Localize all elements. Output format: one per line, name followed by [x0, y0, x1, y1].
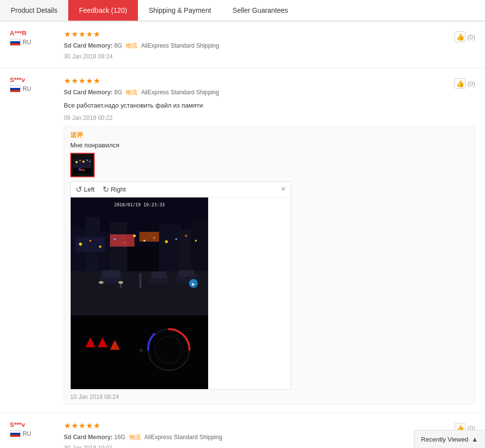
review-content: ★ ★ ★ ★ ★ Sd Card Memory: 16G 物流 AliExpr…: [59, 421, 475, 448]
svg-point-24: [124, 242, 126, 244]
tab-shipping[interactable]: Shipping & Payment: [138, 0, 222, 21]
followup-section: 追评 Мне понравился: [64, 126, 475, 405]
arrow-up-icon: ▲: [471, 435, 478, 443]
country-label: RU: [23, 430, 31, 437]
svg-point-22: [99, 245, 102, 248]
left-label: Left: [84, 186, 95, 193]
reviewer-country: RU: [10, 39, 31, 46]
reviewer-info: A***R RU: [10, 29, 59, 60]
star-rating: ★ ★ ★ ★ ★: [64, 421, 475, 430]
svg-rect-34: [139, 274, 141, 288]
reviewer-name: S***v: [10, 76, 25, 84]
review-item: A***R RU ★ ★ ★ ★ ★ Sd Card Memory: 8G 物流…: [0, 22, 485, 68]
review-date: 09 Jan 2018 00:22: [64, 114, 475, 121]
svg-rect-40: [179, 270, 194, 277]
variant-label: Sd Card Memory:: [64, 89, 112, 96]
flag-icon: [10, 85, 21, 92]
star-4: ★: [86, 421, 93, 430]
svg-point-3: [76, 161, 78, 163]
svg-text:⚙: ⚙: [139, 347, 143, 354]
thumbs-up-button[interactable]: 👍: [455, 78, 465, 89]
viewer-controls: ↺ Left ↻ Right ×: [71, 182, 291, 197]
flag-icon: [10, 39, 21, 46]
thumbnail-row: [70, 153, 469, 177]
star-2: ★: [71, 76, 78, 85]
svg-rect-38: [152, 272, 166, 278]
rotate-left-button[interactable]: ↺ Left: [76, 185, 95, 194]
shipping-label: 物流: [126, 89, 137, 96]
svg-point-42: [118, 281, 123, 284]
recently-viewed-label: Recently Viewed: [421, 436, 469, 443]
svg-point-23: [114, 238, 116, 240]
svg-rect-53: [71, 384, 208, 389]
review-text: Все работает.надо установить файл из пам…: [64, 101, 475, 111]
svg-rect-18: [110, 234, 135, 247]
variant-label: Sd Card Memory:: [64, 434, 112, 441]
star-4: ★: [86, 29, 93, 39]
star-3: ★: [79, 29, 85, 39]
product-variant: Sd Card Memory: 8G 物流 AliExpress Standar…: [64, 88, 475, 97]
shipping-label: 物流: [129, 434, 141, 441]
image-viewer: ↺ Left ↻ Right ×: [70, 181, 291, 390]
svg-point-31: [195, 240, 197, 242]
svg-point-26: [143, 240, 145, 242]
star-3: ★: [79, 76, 85, 85]
helpful-section: 👍 (0): [455, 31, 475, 42]
svg-point-4: [80, 160, 81, 161]
helpful-count: (0): [467, 80, 475, 87]
helpful-count: (0): [467, 33, 475, 41]
star-5: ★: [93, 76, 100, 85]
svg-point-5: [82, 161, 84, 163]
variant-label: Sd Card Memory:: [64, 42, 112, 49]
variant-value: 8G: [114, 42, 122, 49]
tab-feedback[interactable]: Feedback (120): [68, 0, 138, 21]
flag-icon: [10, 430, 21, 437]
star-rating: ★ ★ ★ ★ ★: [64, 29, 475, 39]
svg-point-28: [165, 240, 168, 243]
svg-rect-19: [139, 232, 159, 242]
shipping-value: AliExpress Standard Shipping: [144, 434, 222, 441]
tab-bar: Product Details Feedback (120) Shipping …: [0, 0, 485, 22]
viewer-close-button[interactable]: ×: [281, 185, 286, 194]
thumbs-up-button[interactable]: 👍: [455, 31, 465, 42]
review-content: ★ ★ ★ ★ ★ Sd Card Memory: 8G 物流 AliExpre…: [59, 29, 475, 60]
svg-rect-16: [191, 220, 208, 271]
star-3: ★: [79, 421, 85, 430]
star-5: ★: [93, 421, 100, 430]
reviewer-info: S***v RU: [10, 421, 59, 448]
followup-date: 10 Jan 2018 08:24: [70, 393, 469, 400]
helpful-section: 👍 (0): [455, 78, 475, 89]
svg-point-20: [79, 243, 82, 246]
review-item: S***v RU ★ ★ ★ ★ ★ Sd Card Memory: 8G 物流…: [0, 68, 485, 413]
star-4: ★: [86, 76, 93, 85]
reviewer-country: RU: [10, 85, 31, 92]
svg-text:▶: ▶: [192, 282, 195, 286]
product-variant: Sd Card Memory: 8G 物流 AliExpress Standar…: [64, 42, 475, 50]
right-label: Right: [111, 186, 126, 193]
star-2: ★: [71, 421, 78, 430]
star-5: ★: [93, 29, 100, 39]
review-thumbnail[interactable]: [70, 153, 95, 177]
tab-seller[interactable]: Seller Guarantees: [222, 0, 299, 21]
svg-rect-2: [74, 168, 91, 174]
viewer-image: 2018/01/19 19:23:33 ▶: [71, 197, 208, 389]
star-rating: ★ ★ ★ ★ ★: [64, 76, 475, 85]
country-label: RU: [23, 39, 31, 46]
tab-product-details[interactable]: Product Details: [0, 0, 68, 21]
followup-label: 追评: [70, 131, 469, 140]
followup-text: Мне понравился: [70, 141, 469, 149]
rotate-right-button[interactable]: ↻ Right: [103, 185, 126, 194]
svg-point-7: [89, 161, 90, 162]
svg-point-29: [175, 238, 177, 240]
reviewer-name: A***R: [10, 29, 27, 37]
star-1: ★: [64, 29, 71, 39]
star-1: ★: [64, 421, 71, 430]
review-item: S***v RU ★ ★ ★ ★ ★ Sd Card Memory: 16G 物…: [0, 413, 485, 448]
svg-rect-36: [103, 270, 120, 277]
review-date: 30 Jan 2018 09:24: [64, 53, 475, 60]
svg-point-6: [87, 159, 88, 161]
recently-viewed-button[interactable]: Recently Viewed ▲: [414, 430, 485, 448]
star-2: ★: [71, 29, 78, 39]
svg-rect-1: [74, 159, 91, 168]
reviewer-name: S***v: [10, 421, 25, 428]
